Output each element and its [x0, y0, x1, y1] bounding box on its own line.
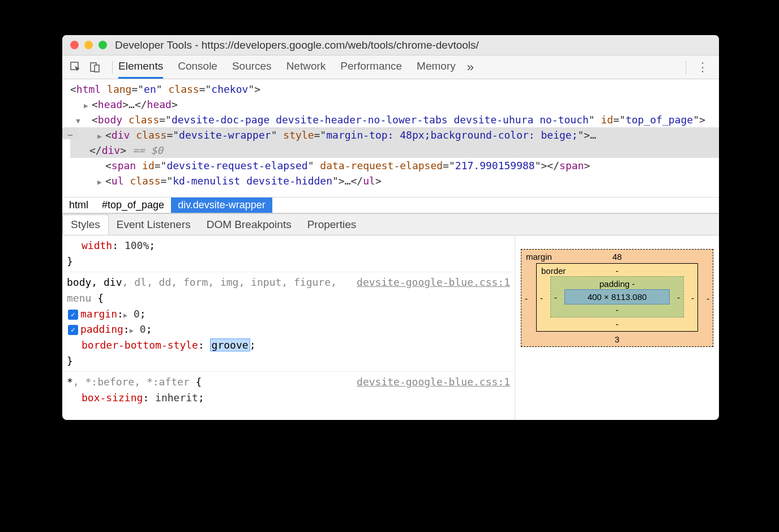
more-tabs-icon[interactable]: »: [467, 60, 474, 75]
stab-dombp[interactable]: DOM Breakpoints: [199, 215, 299, 234]
source-link[interactable]: devsite-google-blue.css:1: [357, 274, 510, 290]
devtools-window: Developer Tools - https://developers.goo…: [62, 35, 719, 420]
dom-tree[interactable]: <html lang="en" class="chekov"> ▶<head>……: [62, 79, 719, 197]
styles-pane[interactable]: width: 100%; } devsite-google-blue.css:1…: [62, 235, 515, 420]
value-editor[interactable]: groove: [211, 339, 250, 351]
tab-performance[interactable]: Performance: [340, 55, 402, 79]
tab-memory[interactable]: Memory: [417, 55, 456, 79]
ellipsis-icon[interactable]: …: [62, 127, 78, 139]
tab-elements[interactable]: Elements: [118, 55, 163, 79]
box-margin[interactable]: margin 48 - - 3 border - - - - padding -…: [521, 249, 713, 347]
maximize-icon[interactable]: [99, 41, 107, 49]
panel-tabs: Elements Console Sources Network Perform…: [118, 55, 456, 79]
separator: [686, 61, 686, 74]
css-rule[interactable]: width: 100%; }: [62, 235, 515, 272]
window-title: Developer Tools - https://developers.goo…: [115, 39, 479, 52]
dom-node-body[interactable]: ▼<body class="devsite-doc-page devsite-h…: [70, 112, 719, 127]
dom-node-html[interactable]: <html lang="en" class="chekov">: [70, 81, 719, 97]
box-padding[interactable]: padding - - - - 400 × 8113.080: [550, 276, 684, 318]
box-border[interactable]: border - - - - padding - - - - 400 × 811…: [536, 263, 698, 332]
traffic-lights: [70, 41, 107, 49]
dom-node-ul[interactable]: ▶<ul class="kd-menulist devsite-hidden">…: [70, 173, 719, 188]
css-rule[interactable]: devsite-google-blue.css:1 body, div, dl,…: [62, 272, 515, 372]
svg-rect-2: [95, 65, 99, 72]
dom-node-head[interactable]: ▶<head>…</head>: [70, 97, 719, 112]
toggle-checkbox[interactable]: ✓: [68, 325, 78, 335]
crumb-div[interactable]: div.devsite-wrapper: [171, 198, 272, 213]
tab-network[interactable]: Network: [286, 55, 326, 79]
stab-styles[interactable]: Styles: [62, 214, 109, 235]
minimize-icon[interactable]: [84, 41, 93, 49]
dom-node-selected[interactable]: … ▶<div class="devsite-wrapper" style="m…: [70, 127, 719, 158]
crumb-html[interactable]: html: [62, 198, 95, 213]
close-icon[interactable]: [70, 41, 79, 49]
crumb-body[interactable]: #top_of_page: [95, 198, 171, 213]
stab-listeners[interactable]: Event Listeners: [109, 215, 199, 234]
separator: [112, 61, 113, 74]
dom-node-span[interactable]: <span id="devsite-request-elapsed" data-…: [70, 158, 719, 173]
device-icon[interactable]: [87, 59, 103, 75]
box-model[interactable]: margin 48 - - 3 border - - - - padding -…: [515, 235, 719, 420]
tab-console[interactable]: Console: [178, 55, 217, 79]
kebab-icon[interactable]: ⋮: [692, 60, 713, 75]
source-link[interactable]: devsite-google-blue.css:1: [357, 374, 510, 390]
titlebar[interactable]: Developer Tools - https://developers.goo…: [62, 35, 719, 55]
toggle-checkbox[interactable]: ✓: [68, 310, 78, 320]
css-rule[interactable]: devsite-google-blue.css:1 *, *:before, *…: [62, 372, 515, 408]
toolbar: Elements Console Sources Network Perform…: [62, 55, 719, 79]
tab-sources[interactable]: Sources: [232, 55, 272, 79]
inspect-icon[interactable]: [68, 59, 84, 75]
box-content[interactable]: 400 × 8113.080: [564, 289, 670, 304]
styles-tabs: Styles Event Listeners DOM Breakpoints P…: [62, 214, 719, 235]
stab-properties[interactable]: Properties: [299, 215, 365, 234]
breadcrumb: html #top_of_page div.devsite-wrapper: [62, 197, 719, 214]
